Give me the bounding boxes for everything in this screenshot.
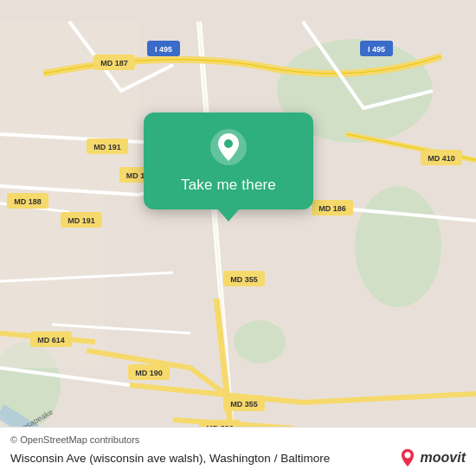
svg-text:MD 355: MD 355 xyxy=(230,400,258,408)
moovit-logo: moovit xyxy=(398,448,466,467)
svg-text:MD 191: MD 191 xyxy=(68,216,95,225)
map-container: MD 187 I 495 I 495 MD 191 MD 19 MD 188 M… xyxy=(0,0,476,476)
location-pin-icon xyxy=(209,128,248,166)
location-text: Wisconsin Ave (wisconsin ave walsh), Was… xyxy=(10,452,398,465)
svg-point-4 xyxy=(234,320,286,363)
svg-point-47 xyxy=(224,139,233,148)
svg-text:I 495: I 495 xyxy=(155,45,172,54)
osm-credit: © OpenStreetMap contributors xyxy=(10,434,466,445)
svg-point-2 xyxy=(355,186,441,307)
svg-text:MD 410: MD 410 xyxy=(428,154,455,163)
moovit-brand-name: moovit xyxy=(421,450,466,466)
moovit-pin-icon xyxy=(398,448,417,467)
bottom-bar: © OpenStreetMap contributors Wisconsin A… xyxy=(0,427,476,476)
svg-text:MD 188: MD 188 xyxy=(14,197,42,206)
svg-text:I 495: I 495 xyxy=(368,45,385,54)
svg-text:MD 186: MD 186 xyxy=(318,204,346,213)
svg-rect-5 xyxy=(0,22,138,195)
svg-point-48 xyxy=(404,452,410,458)
location-row: Wisconsin Ave (wisconsin ave walsh), Was… xyxy=(10,448,466,467)
popup-card: Take me there xyxy=(144,113,313,209)
svg-text:MD 190: MD 190 xyxy=(135,369,163,377)
svg-text:MD 355: MD 355 xyxy=(230,275,258,284)
svg-text:MD 191: MD 191 xyxy=(93,143,121,151)
take-me-there-button[interactable]: Take me there xyxy=(181,175,276,196)
svg-text:MD 187: MD 187 xyxy=(100,59,128,68)
svg-text:MD 614: MD 614 xyxy=(37,336,65,344)
